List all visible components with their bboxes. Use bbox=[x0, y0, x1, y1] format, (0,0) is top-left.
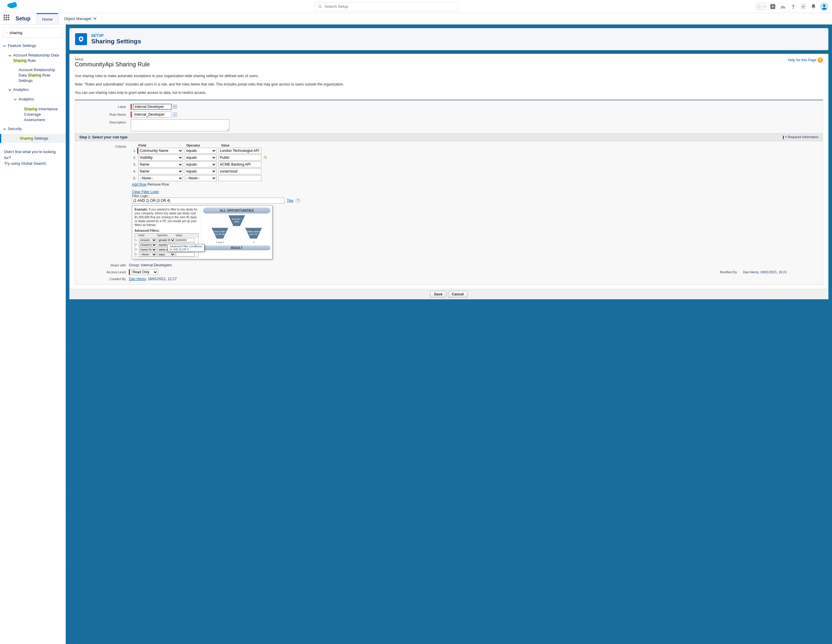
chevron-down-icon bbox=[3, 127, 6, 132]
sidebar-item[interactable]: Sharing Settings bbox=[0, 134, 66, 143]
chevron-down-icon bbox=[8, 88, 12, 93]
criteria-operator-select[interactable]: equals bbox=[185, 161, 216, 168]
criteria-value-input[interactable] bbox=[218, 175, 261, 181]
criteria-row: 3.Nameequals bbox=[132, 161, 823, 168]
rule-name-label: Rule Name bbox=[75, 112, 129, 118]
lookup-icon[interactable] bbox=[263, 155, 268, 160]
trailhead-icon[interactable] bbox=[779, 3, 787, 10]
ex-col-field: Field bbox=[138, 233, 157, 238]
tips-help-icon[interactable]: ? bbox=[296, 198, 300, 203]
svg-point-10 bbox=[80, 38, 82, 40]
help-question-icon: ? bbox=[818, 58, 823, 63]
created-by-date: , 16/01/2021, 12:17 bbox=[146, 277, 176, 281]
filter-logic-label: Filter Logic: bbox=[132, 194, 823, 198]
criteria-field-select[interactable]: Visibility bbox=[138, 155, 183, 161]
sidebar-quickfind-input[interactable] bbox=[10, 30, 60, 35]
setup-sidebar: Feature SettingsAccount Relationship Dat… bbox=[0, 24, 66, 644]
label-input[interactable] bbox=[133, 104, 172, 110]
svg-point-8 bbox=[6, 32, 7, 33]
panel-super: Setup bbox=[75, 58, 150, 61]
global-search[interactable] bbox=[315, 2, 458, 11]
criteria-value-input[interactable] bbox=[218, 155, 261, 161]
required-indicator bbox=[129, 269, 130, 275]
notifications-icon[interactable] bbox=[810, 3, 817, 10]
sidebar-item[interactable]: Analytics bbox=[3, 85, 62, 95]
svg-rect-12 bbox=[174, 106, 174, 107]
criteria-field-select[interactable]: Name bbox=[138, 168, 183, 174]
tab-object-manager-label: Object Manager bbox=[64, 16, 92, 21]
criteria-operator-select[interactable]: --None-- bbox=[185, 175, 216, 181]
save-button[interactable]: Save bbox=[430, 291, 446, 297]
criteria-operator-select[interactable]: equals bbox=[185, 155, 216, 161]
favorites-button[interactable] bbox=[756, 3, 766, 10]
criteria-operator-select[interactable]: equals bbox=[185, 168, 216, 174]
main-panel: Setup CommunityApi Sharing Rule Help for… bbox=[69, 54, 829, 299]
page-super-title: SETUP bbox=[91, 34, 141, 38]
modified-by-label: Modified By bbox=[720, 270, 737, 274]
sidebar-item[interactable]: Account Relationship Data Sharing Rule S… bbox=[3, 66, 62, 86]
cancel-button[interactable]: Cancel bbox=[448, 291, 467, 297]
sidebar-item[interactable]: Sharing Inheritance Coverage Assessment bbox=[3, 105, 62, 125]
card-icon[interactable] bbox=[173, 105, 177, 109]
sidebar-quickfind[interactable] bbox=[3, 27, 62, 38]
info-icon[interactable]: i bbox=[173, 112, 177, 117]
row-number: 2. bbox=[132, 156, 137, 159]
sidebar-footer: Didn't find what you're looking for? Try… bbox=[3, 149, 62, 166]
example-callout: Advanced Filter Conditions: (1 AND 2) OR… bbox=[168, 244, 205, 252]
description-1: Use sharing rules to make automatic exce… bbox=[75, 73, 823, 78]
tab-object-manager[interactable]: Object Manager bbox=[58, 13, 102, 24]
clear-filter-logic-link[interactable]: Clear Filter Logic bbox=[132, 190, 159, 194]
help-for-page-link[interactable]: Help for this Page ? bbox=[788, 58, 823, 63]
created-by-user-link[interactable]: Dan Henry bbox=[129, 277, 146, 281]
help-icon[interactable] bbox=[790, 3, 797, 10]
modified-by-user-link[interactable]: Dan Henry bbox=[743, 270, 758, 274]
svg-line-17 bbox=[266, 158, 267, 159]
sidebar-footer-line1: Didn't find what you're looking for? bbox=[4, 149, 61, 161]
rule-name-input[interactable] bbox=[133, 112, 172, 118]
sidebar-item[interactable]: Feature Settings bbox=[3, 41, 62, 51]
criteria-field-select[interactable]: Community Name bbox=[138, 148, 183, 154]
chevron-down-icon bbox=[14, 97, 18, 102]
chevron-down-icon bbox=[3, 44, 6, 49]
sidebar-item[interactable]: Security bbox=[3, 125, 62, 134]
callout-value: (1 AND 2) OR 3 bbox=[170, 248, 202, 251]
filter-logic-input[interactable] bbox=[132, 198, 285, 204]
example-af-title: Advanced Filters: bbox=[134, 229, 198, 233]
criteria-operator-select[interactable]: equals bbox=[185, 148, 216, 154]
nav-bar: Setup Home Object Manager bbox=[0, 13, 832, 24]
row-number: 5. bbox=[132, 176, 137, 180]
col-field-header: Field bbox=[138, 144, 184, 147]
form-block: Label Rule Name i bbox=[75, 99, 823, 284]
criteria-field-select[interactable]: --None-- bbox=[138, 175, 183, 181]
svg-point-7 bbox=[823, 5, 826, 7]
sidebar-item[interactable]: Analytics bbox=[3, 95, 62, 104]
add-row-link[interactable]: Add Row bbox=[132, 182, 147, 187]
criteria-row: 4.Nameequals bbox=[132, 168, 823, 174]
add-icon[interactable] bbox=[769, 3, 776, 10]
app-launcher-icon[interactable] bbox=[3, 14, 12, 23]
funnel-label-1: 1 and 2 bbox=[216, 241, 224, 244]
description-textarea[interactable] bbox=[131, 119, 229, 131]
panel-title: CommunityApi Sharing Rule bbox=[75, 61, 150, 68]
tab-home[interactable]: Home bbox=[37, 13, 58, 24]
criteria-value-input[interactable] bbox=[218, 148, 261, 154]
global-search-input[interactable] bbox=[325, 4, 455, 9]
criteria-value-input[interactable] bbox=[218, 168, 261, 174]
setup-gear-icon[interactable] bbox=[800, 3, 807, 10]
criteria-label: Criteria bbox=[75, 144, 129, 148]
example-opportunities-bar: ALL OPPORTUNITIES bbox=[203, 208, 270, 214]
user-avatar[interactable] bbox=[820, 2, 829, 11]
funnel-2: Close Date = next 45 days bbox=[211, 228, 228, 238]
criteria-row: 2.Visibilityequals bbox=[132, 155, 823, 161]
label-label: Label bbox=[75, 104, 129, 110]
salesforce-logo bbox=[3, 2, 17, 11]
example-result-bar: RESULT bbox=[203, 246, 270, 250]
tips-link[interactable]: Tips bbox=[287, 198, 293, 203]
criteria-field-select[interactable]: Name bbox=[138, 161, 183, 168]
svg-point-0 bbox=[318, 5, 321, 7]
sidebar-item[interactable]: Account Relationship Data Sharing Rule bbox=[3, 51, 62, 65]
criteria-value-input[interactable] bbox=[218, 161, 261, 168]
example-headline-pre: Example: bbox=[134, 208, 149, 211]
row-number: 1. bbox=[132, 149, 137, 152]
access-level-select[interactable]: Read Only bbox=[131, 269, 158, 275]
